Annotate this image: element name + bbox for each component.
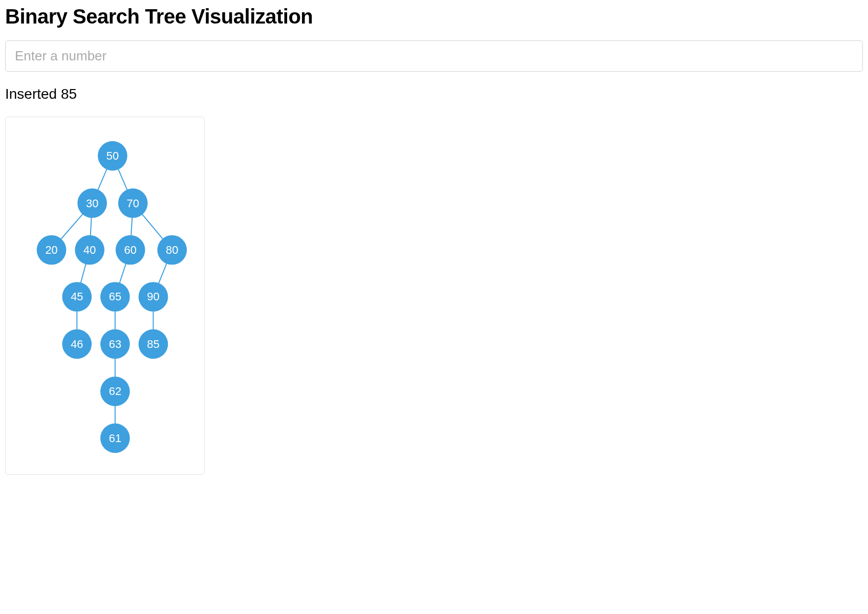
tree-node-value: 45 — [71, 290, 83, 303]
tree-node: 45 — [62, 282, 92, 312]
tree-node: 90 — [139, 282, 168, 312]
page-title: Binary Search Tree Visualization — [5, 5, 863, 28]
tree-node-value: 61 — [109, 432, 121, 445]
tree-node-value: 46 — [71, 338, 83, 350]
tree-panel: 503070204060804565904663856261 — [5, 117, 205, 475]
tree-node-value: 50 — [106, 149, 119, 162]
tree-node: 61 — [100, 424, 130, 453]
tree-node: 65 — [100, 282, 130, 312]
tree-node-value: 90 — [147, 290, 159, 303]
number-input[interactable] — [5, 40, 863, 72]
tree-node-value: 20 — [45, 244, 57, 256]
tree-node-value: 60 — [124, 244, 137, 256]
tree-node-value: 80 — [166, 244, 178, 256]
tree-node-value: 30 — [86, 197, 98, 210]
tree-node: 20 — [37, 235, 67, 265]
status-message: Inserted 85 — [5, 86, 863, 102]
tree-node-value: 85 — [147, 338, 159, 350]
tree-node: 70 — [118, 188, 148, 218]
tree-node-value: 65 — [109, 290, 121, 303]
tree-node: 63 — [100, 330, 130, 359]
tree-node: 46 — [62, 330, 92, 359]
tree-node: 62 — [100, 377, 130, 406]
tree-node-value: 62 — [109, 385, 121, 398]
tree-node: 85 — [139, 330, 168, 359]
tree-node: 80 — [157, 235, 187, 265]
tree-node: 50 — [98, 141, 127, 171]
tree-node-value: 70 — [127, 197, 139, 210]
tree-node: 30 — [77, 188, 107, 218]
tree-node: 40 — [75, 235, 104, 265]
tree-node-value: 40 — [83, 244, 96, 256]
tree-node: 60 — [116, 235, 145, 265]
tree-svg: 503070204060804565904663856261 — [16, 127, 194, 464]
tree-node-value: 63 — [109, 338, 121, 350]
